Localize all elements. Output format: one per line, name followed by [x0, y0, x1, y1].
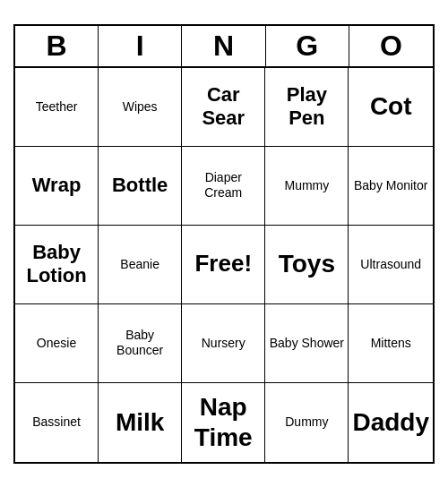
- header-letter: G: [266, 26, 349, 66]
- bingo-cell: Bottle: [99, 147, 182, 226]
- header-letter: B: [15, 26, 99, 66]
- bingo-cell: Baby Monitor: [349, 147, 433, 226]
- bingo-cell: Onesie: [15, 304, 99, 383]
- bingo-cell: Wipes: [99, 68, 182, 147]
- header-letter: O: [349, 26, 433, 66]
- bingo-cell: Diaper Cream: [182, 147, 265, 226]
- bingo-grid: TeetherWipesCar SearPlay PenCotWrapBottl…: [15, 68, 433, 462]
- bingo-cell: Milk: [99, 383, 182, 462]
- bingo-cell: Play Pen: [265, 68, 349, 147]
- bingo-cell: Ultrasound: [349, 226, 433, 304]
- bingo-cell: Beanie: [99, 226, 182, 304]
- bingo-cell: Car Sear: [182, 68, 265, 147]
- bingo-cell: Nursery: [182, 304, 265, 383]
- bingo-cell: Baby Bouncer: [99, 304, 182, 383]
- bingo-cell: Wrap: [15, 147, 99, 226]
- bingo-cell: Cot: [349, 68, 433, 147]
- bingo-cell: Dummy: [265, 383, 349, 462]
- bingo-header: BINGO: [15, 26, 433, 68]
- bingo-cell: Free!: [182, 226, 265, 304]
- bingo-cell: Mummy: [265, 147, 349, 226]
- bingo-cell: Bassinet: [15, 383, 99, 462]
- bingo-cell: Baby Lotion: [15, 226, 99, 304]
- bingo-cell: Teether: [15, 68, 99, 147]
- header-letter: N: [182, 26, 265, 66]
- bingo-card: BINGO TeetherWipesCar SearPlay PenCotWra…: [13, 24, 435, 464]
- bingo-cell: Daddy: [349, 383, 433, 462]
- bingo-cell: Baby Shower: [265, 304, 349, 383]
- bingo-cell: Nap Time: [182, 383, 265, 462]
- bingo-cell: Toys: [265, 226, 349, 304]
- header-letter: I: [99, 26, 182, 66]
- bingo-cell: Mittens: [349, 304, 433, 383]
